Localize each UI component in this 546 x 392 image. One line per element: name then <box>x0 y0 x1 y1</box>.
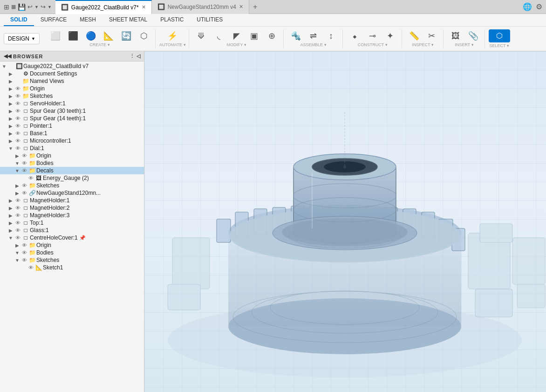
tree-item-servoholder[interactable]: ▶ 👁 □ ServoHolder:1 <box>0 100 144 107</box>
ch-bodies-vis-icon[interactable]: 👁 <box>20 250 28 255</box>
active-tab[interactable]: 🔲 Gauge2022_ClaatBuild v7* ✕ <box>55 0 152 14</box>
base-expand-icon[interactable]: ▶ <box>7 131 14 136</box>
magnetholder2-vis-icon[interactable]: 👁 <box>14 205 21 211</box>
assemble-motion-tool[interactable]: ↕ <box>323 30 340 41</box>
construct-plane-tool[interactable]: ⬥ <box>347 30 363 41</box>
dial-bodies-expand-icon[interactable]: ▼ <box>14 161 20 166</box>
redo-dropdown-icon[interactable]: ▼ <box>48 5 52 9</box>
ch-sketches-vis-icon[interactable]: 👁 <box>20 257 28 263</box>
dial-sketches-expand-icon[interactable]: ▶ <box>14 183 20 188</box>
tree-item-dial-decals[interactable]: ▼ 👁 📁 Decals <box>0 167 144 174</box>
tree-item-dial[interactable]: ▼ 👁 □ Dial:1 <box>0 144 144 152</box>
spurgear30-vis-icon[interactable]: 👁 <box>14 108 21 114</box>
dial-origin-vis-icon[interactable]: 👁 <box>20 153 28 158</box>
microcontroller-expand-icon[interactable]: ▶ <box>7 138 14 144</box>
tree-item-magnetholder2[interactable]: ▶ 👁 □ MagnetHolder:2 <box>0 204 144 212</box>
tree-item-dial-sketches[interactable]: ▶ 👁 📁 Sketches <box>0 182 144 189</box>
magnetholder1-expand-icon[interactable]: ▶ <box>7 198 14 203</box>
top-expand-icon[interactable]: ▶ <box>7 220 14 226</box>
glass-vis-icon[interactable]: 👁 <box>14 227 21 233</box>
tab-mesh[interactable]: MESH <box>73 14 102 26</box>
origin-expand-icon[interactable]: ▶ <box>7 86 14 91</box>
create-cylinder-tool[interactable]: ⬛ <box>65 30 82 41</box>
modify-chamfer-tool[interactable]: ◤ <box>228 30 245 41</box>
globe-icon[interactable]: 🌐 <box>523 2 532 11</box>
modify-combine-tool[interactable]: ⊕ <box>264 30 280 41</box>
browser-collapse-icon[interactable]: ◀◀ <box>4 53 11 59</box>
construct-axis-tool[interactable]: ⊸ <box>364 30 381 41</box>
settings-icon[interactable]: ⚙ <box>536 2 542 11</box>
tree-item-dial-origin[interactable]: ▶ 👁 📁 Origin <box>0 152 144 159</box>
energy-gauge-vis-icon[interactable]: 👁 <box>27 175 34 181</box>
tree-item-centrehole[interactable]: ▼ 👁 □ CentreHoleCover:1 📌 <box>0 234 144 241</box>
centrehole-expand-icon[interactable]: ▼ <box>7 235 14 241</box>
dial-origin-expand-icon[interactable]: ▶ <box>14 153 20 158</box>
tree-item-doc-settings[interactable]: ▶ ⚙ Document Settings <box>0 70 144 77</box>
save-icon[interactable]: 💾 <box>18 3 26 11</box>
tree-item-newgaugestand[interactable]: ▶ 👁 🔗 NewGaugeStand120mn... <box>0 189 144 197</box>
ch-sketches-expand-icon[interactable]: ▼ <box>14 258 20 263</box>
tree-item-glass[interactable]: ▶ 👁 □ Glass:1 <box>0 227 144 234</box>
base-vis-icon[interactable]: 👁 <box>14 131 21 136</box>
origin-vis-icon[interactable]: 👁 <box>14 86 21 91</box>
construct-point-tool[interactable]: ✦ <box>382 30 399 41</box>
magnetholder2-expand-icon[interactable]: ▶ <box>7 206 14 211</box>
inactive-tab[interactable]: 🔲 NewGaugeStand120mm v4 ✕ <box>152 0 249 14</box>
create-more-tool[interactable]: ⬡ <box>136 30 152 41</box>
tree-item-magnetholder1[interactable]: ▶ 👁 □ MagnetHolder:1 <box>0 197 144 204</box>
modify-fillet-tool[interactable]: ◟ <box>211 30 227 41</box>
dial-bodies-vis-icon[interactable]: 👁 <box>20 160 28 166</box>
select-tool[interactable]: ⬡ <box>489 29 510 42</box>
insert-tool-2[interactable]: 📎 <box>465 30 482 41</box>
design-button[interactable]: DESIGN ▼ <box>4 33 40 44</box>
centrehole-vis-icon[interactable]: 👁 <box>14 235 21 241</box>
top-vis-icon[interactable]: 👁 <box>14 220 21 226</box>
doc-settings-expand-icon[interactable]: ▶ <box>7 71 14 76</box>
microcontroller-vis-icon[interactable]: 👁 <box>14 138 21 144</box>
named-views-expand-icon[interactable]: ▶ <box>7 79 14 84</box>
automate-tool[interactable]: ⚡ <box>164 30 181 41</box>
newgaugestand-expand-icon[interactable]: ▶ <box>14 191 20 196</box>
magnetholder3-vis-icon[interactable]: 👁 <box>14 213 21 218</box>
magnetholder3-expand-icon[interactable]: ▶ <box>7 213 14 218</box>
tree-item-spurgear14[interactable]: ▶ 👁 □ Spur Gear (14 teeth):1 <box>0 115 144 122</box>
undo-dropdown-icon[interactable]: ▼ <box>34 5 39 9</box>
undo-icon[interactable]: ↩ <box>27 3 33 10</box>
active-tab-close[interactable]: ✕ <box>142 4 146 10</box>
tree-item-pointer[interactable]: ▶ 👁 □ Pointer:1 <box>0 122 144 130</box>
pointer-vis-icon[interactable]: 👁 <box>14 123 21 129</box>
tree-item-dial-bodies[interactable]: ▼ 👁 📁 Bodies <box>0 159 144 167</box>
spurgear14-expand-icon[interactable]: ▶ <box>7 116 14 121</box>
tab-surface[interactable]: SURFACE <box>34 14 74 26</box>
tree-item-ch-sketches[interactable]: ▼ 👁 📁 Sketches <box>0 256 144 264</box>
tree-item-top[interactable]: ▶ 👁 □ Top:1 <box>0 219 144 227</box>
sketches-vis-icon[interactable]: 👁 <box>14 93 21 99</box>
root-expand-icon[interactable]: ▼ <box>1 64 7 69</box>
modify-presspull-tool[interactable]: ⟱ <box>193 30 210 41</box>
newgaugestand-vis-icon[interactable]: 👁 <box>20 190 28 196</box>
tab-utilities[interactable]: UTILITIES <box>190 14 229 26</box>
servoholder-vis-icon[interactable]: 👁 <box>14 101 21 106</box>
servoholder-expand-icon[interactable]: ▶ <box>7 101 14 106</box>
dial-expand-icon[interactable]: ▼ <box>7 146 14 151</box>
tree-item-energy-gauge[interactable]: 👁 🖼 Energy_Gauge (2) <box>0 174 144 182</box>
sketch1-vis-icon[interactable]: 👁 <box>27 265 34 270</box>
add-tab-button[interactable]: + <box>249 3 261 11</box>
tree-item-microcontroller[interactable]: ▶ 👁 □ Microcontroller:1 <box>0 137 144 144</box>
tree-item-base[interactable]: ▶ 👁 □ Base:1 <box>0 130 144 137</box>
assemble-rigid-tool[interactable]: ⇌ <box>305 30 322 41</box>
redo-icon[interactable]: ↪ <box>41 3 46 10</box>
spurgear14-vis-icon[interactable]: 👁 <box>14 116 21 121</box>
create-revolve-tool[interactable]: 🔄 <box>118 30 135 41</box>
tree-item-named-views[interactable]: ▶ 📁 Named Views <box>0 77 144 85</box>
tree-item-origin[interactable]: ▶ 👁 📁 Origin <box>0 85 144 92</box>
tab-sheet-metal[interactable]: SHEET METAL <box>102 14 154 26</box>
browser-expand-icon[interactable]: ◁ <box>136 53 140 59</box>
assemble-joint-tool[interactable]: 🔩 <box>287 30 304 41</box>
create-box-tool[interactable]: ⬜ <box>47 30 64 41</box>
browser-options-icon[interactable]: ⋮ <box>130 53 135 59</box>
dial-decals-vis-icon[interactable]: 👁 <box>20 168 28 173</box>
inspect-measure-tool[interactable]: 📏 <box>406 30 423 41</box>
viewport[interactable] <box>144 51 546 392</box>
tab-plastic[interactable]: PLASTIC <box>154 14 190 26</box>
